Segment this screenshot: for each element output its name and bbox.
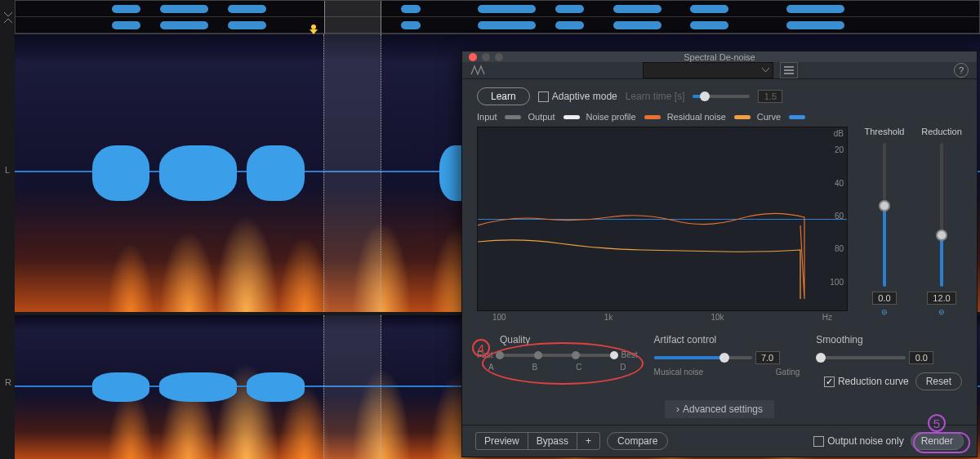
bypass-button[interactable]: Bypass: [528, 433, 577, 449]
threshold-slider[interactable]: Threshold 0.0 ⊖: [864, 127, 905, 316]
plugin-toolbar: ?: [462, 62, 977, 79]
channel-label-right: R: [5, 377, 11, 387]
add-button[interactable]: +: [577, 433, 599, 449]
graph-legend: Input Output Noise profile Residual nois…: [462, 110, 977, 127]
timeline-overview[interactable]: [15, 0, 980, 34]
reduction-value[interactable]: 12.0: [927, 292, 956, 305]
noise-profile-curve: [478, 127, 847, 310]
chevron-down-icon: [762, 68, 769, 73]
spectrogram-selection[interactable]: [323, 34, 381, 312]
artifact-control-label: Artifact control: [654, 334, 800, 345]
learn-time-slider[interactable]: [693, 95, 750, 98]
maximize-icon[interactable]: [495, 53, 503, 61]
advanced-settings-button[interactable]: ›Advanced settings: [665, 400, 774, 418]
spectrogram-selection[interactable]: [323, 315, 381, 459]
artifact-value[interactable]: 7.0: [755, 351, 780, 364]
preview-button[interactable]: Preview: [476, 433, 528, 449]
threshold-value[interactable]: 0.0: [872, 292, 897, 305]
smoothing-value[interactable]: 0.0: [909, 351, 933, 364]
window-title: Spectral De-noise: [684, 52, 755, 62]
timeline-channel-right: [16, 17, 979, 33]
plugin-logo-icon: [470, 65, 487, 76]
smoothing-label: Smoothing: [816, 334, 962, 345]
reduction-curve-checkbox[interactable]: Reduction curve: [824, 376, 909, 387]
smoothing-slider[interactable]: 0.0: [816, 351, 933, 364]
window-traffic-lights[interactable]: [469, 53, 503, 61]
spectrum-graph[interactable]: dB 20 40 60 80 100 100 1k 10k Hz: [477, 127, 848, 311]
help-button[interactable]: ?: [954, 63, 969, 78]
learn-time-value[interactable]: 1.5: [758, 90, 782, 103]
plugin-window: Spectral De-noise ? Learn Adaptive mode …: [461, 51, 978, 457]
menu-button[interactable]: [780, 62, 798, 78]
timeline-selection[interactable]: [324, 1, 382, 33]
reset-button[interactable]: Reset: [915, 372, 962, 390]
annotation-4-ring: [482, 342, 644, 385]
learn-button[interactable]: Learn: [477, 87, 530, 105]
preset-dropdown[interactable]: [643, 62, 773, 78]
minimize-icon[interactable]: [482, 53, 490, 61]
annotation-5-ring: [913, 432, 970, 453]
chevron-right-icon: ›: [676, 403, 679, 415]
close-icon[interactable]: [469, 53, 477, 61]
compare-button[interactable]: Compare: [607, 432, 668, 450]
timeline-channel-left: [16, 1, 979, 17]
plugin-footer: Preview Bypass + Compare Output noise on…: [462, 425, 977, 457]
chevron-up-icon: [4, 19, 12, 24]
reduction-slider[interactable]: Reduction 12.0 ⊖: [921, 127, 962, 316]
output-noise-only-checkbox[interactable]: Output noise only: [813, 435, 903, 447]
hamburger-icon: [784, 66, 794, 74]
channel-label-left: L: [5, 165, 10, 175]
timeline-collapse-toggle[interactable]: [1, 1, 16, 35]
link-icon[interactable]: ⊖: [881, 308, 888, 316]
learn-time-label: Learn time [s]: [626, 91, 685, 102]
link-icon[interactable]: ⊖: [938, 308, 945, 316]
window-titlebar[interactable]: Spectral De-noise: [462, 51, 977, 62]
chevron-down-icon: [4, 12, 12, 17]
artifact-slider[interactable]: 7.0: [654, 351, 780, 364]
adaptive-mode-checkbox[interactable]: Adaptive mode: [538, 91, 617, 102]
